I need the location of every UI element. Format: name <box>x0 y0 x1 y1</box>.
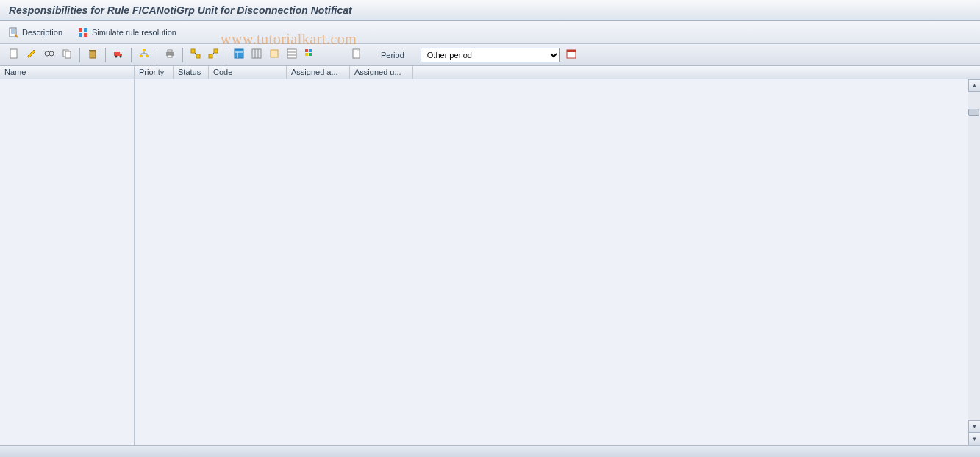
table-settings-icon <box>286 48 298 62</box>
svg-rect-16 <box>114 52 120 56</box>
page-button[interactable] <box>348 47 365 63</box>
svg-rect-30 <box>191 49 195 53</box>
svg-rect-36 <box>235 49 243 58</box>
grid-body-panel[interactable] <box>135 79 980 445</box>
where-used-button[interactable] <box>136 47 152 63</box>
period-select[interactable]: Other period <box>421 48 560 62</box>
layout-icon <box>233 48 245 62</box>
svg-rect-8 <box>10 49 17 58</box>
svg-point-9 <box>45 51 49 56</box>
settings-button[interactable] <box>284 47 300 63</box>
description-icon <box>7 26 19 38</box>
svg-rect-33 <box>209 54 212 58</box>
svg-rect-4 <box>79 28 82 32</box>
svg-rect-15 <box>89 50 96 51</box>
col-header-assigned-u[interactable]: Assigned u... <box>350 66 413 79</box>
grid-tree-panel[interactable] <box>0 79 135 445</box>
svg-rect-49 <box>309 53 312 56</box>
simulate-label: Simulate rule resolution <box>92 28 176 37</box>
separator <box>131 48 132 62</box>
svg-rect-47 <box>309 49 312 52</box>
simulate-icon <box>77 26 89 38</box>
simulate-button[interactable]: Simulate rule resolution <box>77 26 176 38</box>
create-button[interactable] <box>6 47 22 63</box>
svg-rect-52 <box>567 50 576 52</box>
description-button[interactable]: Description <box>7 26 62 38</box>
display-button[interactable] <box>41 47 57 63</box>
collapse-icon <box>207 48 219 62</box>
layout-button[interactable] <box>231 47 247 63</box>
print-icon <box>164 48 176 62</box>
expand-icon <box>190 48 201 62</box>
expand-button[interactable] <box>187 47 204 63</box>
separator <box>105 48 106 62</box>
select-all-button[interactable] <box>266 47 282 63</box>
col-header-priority[interactable]: Priority <box>135 66 174 79</box>
column-headers: Name Priority Status Code Assigned a... … <box>0 66 980 79</box>
col-header-code[interactable]: Code <box>209 66 287 79</box>
date-picker-button[interactable] <box>563 47 579 63</box>
col-header-spacer <box>413 66 980 79</box>
change-button[interactable] <box>24 47 40 63</box>
svg-rect-17 <box>120 54 122 56</box>
svg-rect-28 <box>168 50 172 52</box>
collapse-button[interactable] <box>205 47 221 63</box>
separator <box>79 48 80 62</box>
truck-icon <box>112 48 124 62</box>
svg-line-32 <box>195 53 196 54</box>
transport-button[interactable] <box>110 47 126 63</box>
page-title: Responsibilities for Rule FICANotiGrp Un… <box>9 4 971 16</box>
page-icon <box>351 48 362 62</box>
glasses-icon <box>43 48 55 62</box>
hierarchy-icon <box>138 48 150 62</box>
column-button[interactable] <box>248 47 265 63</box>
title-bar: Responsibilities for Rule FICANotiGrp Un… <box>0 0 980 21</box>
svg-rect-43 <box>287 49 296 58</box>
svg-rect-6 <box>79 33 82 37</box>
svg-rect-29 <box>168 55 172 57</box>
svg-rect-48 <box>305 53 308 56</box>
svg-point-19 <box>120 56 122 58</box>
scroll-up-button[interactable]: ▲ <box>968 79 980 92</box>
main-toolbar: Period Other period <box>0 44 980 66</box>
col-header-assigned-a[interactable]: Assigned a... <box>287 66 350 79</box>
description-label: Description <box>22 28 62 37</box>
scroll-down-button-2[interactable]: ▼ <box>968 433 980 445</box>
grid-area <box>0 79 980 445</box>
grid-icon <box>304 48 315 62</box>
svg-rect-5 <box>84 28 87 32</box>
more-button[interactable] <box>301 47 318 63</box>
col-header-status[interactable]: Status <box>174 66 209 79</box>
delete-button[interactable] <box>85 47 101 63</box>
svg-rect-39 <box>252 49 261 58</box>
svg-rect-31 <box>196 54 200 58</box>
column-icon <box>251 48 262 62</box>
pencil-icon <box>26 48 37 62</box>
svg-point-18 <box>115 56 118 58</box>
svg-rect-42 <box>271 50 278 57</box>
vertical-scrollbar[interactable]: ▲ ▼ ▼ <box>968 79 980 445</box>
top-toolbar: Description Simulate rule resolution <box>0 21 980 44</box>
svg-rect-22 <box>146 55 149 57</box>
status-bar <box>0 445 980 457</box>
svg-rect-21 <box>140 55 143 57</box>
separator <box>226 48 226 62</box>
svg-rect-46 <box>305 49 308 52</box>
select-all-icon <box>268 48 280 62</box>
calendar-icon <box>565 48 577 62</box>
svg-line-35 <box>212 53 214 54</box>
separator <box>157 48 157 62</box>
copy-button[interactable] <box>59 47 75 63</box>
col-header-name[interactable]: Name <box>0 66 135 79</box>
create-icon <box>8 48 20 62</box>
svg-point-10 <box>49 51 54 56</box>
print-button[interactable] <box>162 47 178 63</box>
trash-icon <box>87 48 99 62</box>
svg-rect-13 <box>65 51 71 58</box>
svg-rect-14 <box>90 51 96 58</box>
svg-rect-7 <box>84 33 87 37</box>
svg-rect-34 <box>214 49 218 53</box>
separator <box>182 48 183 62</box>
scroll-down-button[interactable]: ▼ <box>968 420 980 433</box>
scroll-thumb[interactable] <box>968 109 979 116</box>
